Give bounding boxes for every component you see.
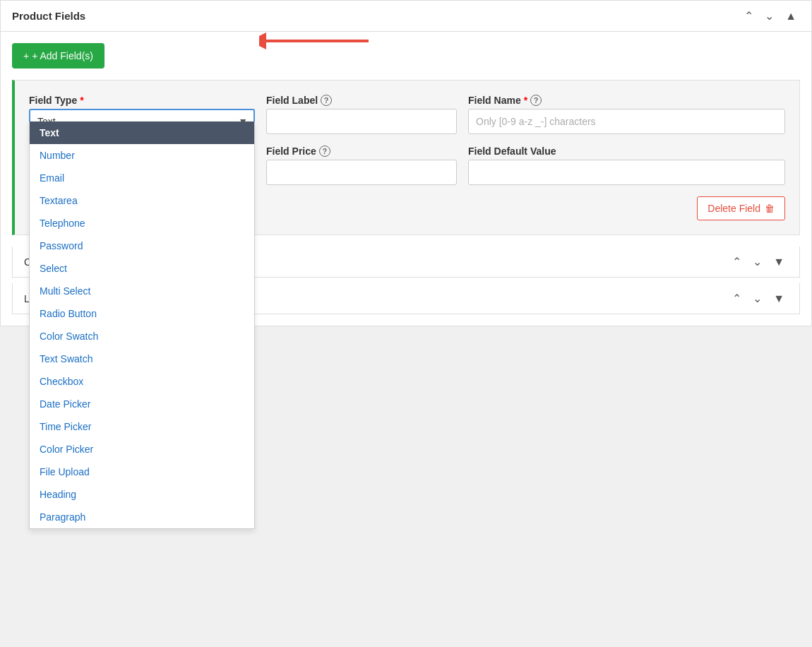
dropdown-item-textarea[interactable]: Textarea (30, 189, 254, 212)
panel-header: Product Fields ⌃ ⌄ ▲ (0, 0, 812, 32)
dropdown-item-color-swatch[interactable]: Color Swatch (30, 325, 254, 348)
dropdown-item-select[interactable]: Select (30, 257, 254, 280)
dropdown-item-date-picker[interactable]: Date Picker (30, 393, 254, 415)
field-label-label: Field Label ? (266, 95, 457, 106)
required-star: * (80, 95, 83, 106)
field-row-container: Field Type * Text ▼ Text Number Email (12, 80, 800, 235)
field-default-value-label: Field Default Value (468, 146, 785, 157)
arrow-svg (259, 30, 372, 52)
dropdown-item-checkbox[interactable]: Checkbox (30, 370, 254, 393)
field-label-input[interactable] (266, 109, 457, 134)
dropdown-item-time-picker[interactable]: Time Picker (30, 415, 254, 438)
field-price-label: Field Price ? (266, 146, 457, 157)
field-label-group: Field Label ? (266, 95, 457, 134)
dropdown-item-color-picker[interactable]: Color Picker (30, 438, 254, 461)
field-name-label: Field Name * ? (468, 95, 785, 106)
section-lab-controls: ⌃ ⌄ ▼ (729, 290, 788, 307)
field-default-value-input[interactable] (468, 160, 785, 185)
field-type-group: Field Type * Text ▼ Text Number Email (29, 95, 255, 134)
field-type-dropdown: Text Number Email Textarea Telephone Pas… (29, 121, 255, 529)
fields-grid-bottom: Field Price ? Field Default Value (266, 146, 785, 185)
dropdown-item-radio-button[interactable]: Radio Button (30, 302, 254, 325)
dropdown-item-text-swatch[interactable]: Text Swatch (30, 348, 254, 370)
red-arrow (259, 30, 372, 52)
trash-icon: 🗑 (765, 203, 775, 214)
dropdown-item-multi-select[interactable]: Multi Select (30, 280, 254, 302)
header-controls: ⌃ ⌄ ▲ (741, 8, 800, 24)
dropdown-item-email[interactable]: Email (30, 167, 254, 189)
panel-body: + + Add Field(s) Field Type * Text (0, 32, 812, 326)
add-field-button[interactable]: + + Add Field(s) (12, 43, 105, 69)
fields-grid-top: Field Type * Text ▼ Text Number Email (29, 95, 785, 134)
section-lab-expand[interactable]: ▼ (770, 290, 788, 307)
field-price-input[interactable] (266, 160, 457, 185)
field-price-info-icon[interactable]: ? (319, 146, 330, 157)
section-lab-up[interactable]: ⌃ (729, 290, 745, 307)
field-name-group: Field Name * ? (468, 95, 785, 134)
main-wrapper: Product Fields ⌃ ⌄ ▲ + + Add Field(s) Fi… (0, 0, 812, 326)
panel-title: Product Fields (12, 10, 85, 22)
dropdown-item-number[interactable]: Number (30, 144, 254, 167)
plus-icon: + (23, 50, 29, 61)
dropdown-item-telephone[interactable]: Telephone (30, 212, 254, 235)
field-label-info-icon[interactable]: ? (321, 95, 332, 106)
add-field-label: + Add Field(s) (32, 50, 93, 61)
section-co-expand[interactable]: ▼ (770, 254, 788, 270)
dropdown-item-heading[interactable]: Heading (30, 483, 254, 506)
field-name-required-star: * (524, 95, 527, 106)
expand-button[interactable]: ▲ (782, 8, 800, 24)
field-type-label: Field Type * (29, 95, 255, 106)
section-co-up[interactable]: ⌃ (729, 254, 745, 270)
dropdown-item-file-upload[interactable]: File Upload (30, 461, 254, 483)
delete-field-button[interactable]: Delete Field 🗑 (697, 196, 785, 220)
section-lab-down[interactable]: ⌄ (749, 290, 765, 307)
move-down-button[interactable]: ⌄ (761, 8, 777, 24)
delete-field-label: Delete Field (707, 203, 760, 214)
field-name-info-icon[interactable]: ? (530, 95, 542, 106)
dropdown-item-paragraph[interactable]: Paragraph (30, 506, 254, 528)
field-price-group: Field Price ? (266, 146, 457, 185)
section-co-down[interactable]: ⌄ (749, 254, 765, 270)
field-name-input[interactable] (468, 109, 785, 134)
dropdown-item-text[interactable]: Text (30, 121, 254, 144)
section-co-controls: ⌃ ⌄ ▼ (729, 254, 788, 270)
field-default-value-group: Field Default Value (468, 146, 785, 185)
dropdown-item-password[interactable]: Password (30, 235, 254, 257)
move-up-button[interactable]: ⌃ (741, 8, 757, 24)
